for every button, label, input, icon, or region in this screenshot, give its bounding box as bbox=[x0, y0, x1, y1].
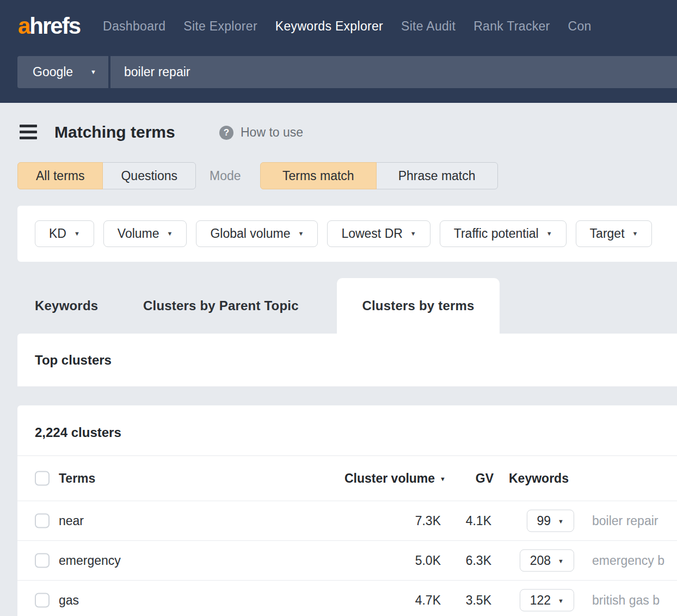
cluster-volume-value: 4.7K bbox=[415, 593, 441, 608]
nav-items: Dashboard Site Explorer Keywords Explore… bbox=[103, 19, 592, 34]
search-query-input[interactable]: boiler repair bbox=[110, 56, 677, 88]
cluster-term: gas bbox=[59, 593, 79, 608]
column-header-cluster-volume[interactable]: Cluster volume ▼ bbox=[344, 471, 446, 486]
chevron-down-icon: ▼ bbox=[298, 231, 304, 237]
nav-item-keywords-explorer[interactable]: Keywords Explorer bbox=[275, 19, 383, 34]
chevron-down-icon: ▼ bbox=[90, 69, 96, 75]
nav-row: ahrefs Dashboard Site Explorer Keywords … bbox=[0, 0, 677, 52]
filter-traffic-potential[interactable]: Traffic potential▼ bbox=[440, 220, 567, 247]
filter-global-volume[interactable]: Global volume▼ bbox=[196, 220, 318, 247]
table-row: near 7.3K 4.1K 99 ▼ boiler repair bbox=[17, 501, 677, 540]
top-clusters-card: Top clusters bbox=[17, 334, 677, 386]
chevron-down-icon: ▼ bbox=[74, 231, 80, 237]
chevron-down-icon: ▼ bbox=[558, 558, 564, 564]
nav-item-content-explorer[interactable]: Con bbox=[568, 19, 592, 34]
filter-target[interactable]: Target▼ bbox=[576, 220, 653, 247]
keywords-count-dropdown[interactable]: 99 ▼ bbox=[527, 510, 574, 532]
nav-item-site-audit[interactable]: Site Audit bbox=[401, 19, 456, 34]
top-clusters-heading: Top clusters bbox=[35, 334, 112, 386]
gv-value: 6.3K bbox=[466, 553, 491, 568]
keywords-count-dropdown[interactable]: 122 ▼ bbox=[520, 589, 574, 612]
keywords-explorer-screen: ahrefs Dashboard Site Explorer Keywords … bbox=[0, 0, 677, 616]
chevron-down-icon: ▼ bbox=[167, 231, 173, 237]
nav-item-dashboard[interactable]: Dashboard bbox=[103, 19, 165, 34]
page-title: Matching terms bbox=[54, 123, 175, 141]
sort-desc-icon: ▼ bbox=[440, 476, 446, 482]
gv-value: 3.5K bbox=[466, 593, 491, 608]
logo-rest: hrefs bbox=[29, 13, 80, 39]
chevron-down-icon: ▼ bbox=[558, 519, 564, 525]
how-to-use-link[interactable]: ? How to use bbox=[219, 125, 303, 140]
cluster-volume-value: 5.0K bbox=[415, 553, 441, 568]
mode-label: Mode bbox=[210, 162, 241, 189]
clusters-table-card: 2,224 clusters Terms Cluster volume ▼ GV… bbox=[17, 405, 677, 616]
nav-item-rank-tracker[interactable]: Rank Tracker bbox=[473, 19, 550, 34]
filter-lowest-dr[interactable]: Lowest DR▼ bbox=[327, 220, 430, 247]
row-checkbox[interactable] bbox=[35, 593, 50, 608]
search-engine-selector[interactable]: Google ▼ bbox=[17, 56, 110, 88]
ahrefs-logo[interactable]: ahrefs bbox=[18, 13, 80, 39]
column-header-keywords: Keywords bbox=[509, 471, 569, 486]
chevron-down-icon: ▼ bbox=[410, 231, 416, 237]
search-engine-label: Google bbox=[33, 65, 73, 79]
toggle-all-terms[interactable]: All terms bbox=[17, 162, 103, 189]
tab-keywords[interactable]: Keywords bbox=[35, 298, 98, 313]
cluster-volume-value: 7.3K bbox=[415, 514, 441, 528]
mode-toggle-group: Terms match Phrase match bbox=[260, 162, 498, 189]
sample-keyword: emergency b bbox=[592, 553, 664, 568]
chevron-down-icon: ▼ bbox=[546, 231, 552, 237]
toggle-phrase-match[interactable]: Phrase match bbox=[376, 162, 498, 189]
filter-kd[interactable]: KD▼ bbox=[35, 220, 94, 247]
keyword-search-bar: Google ▼ boiler repair bbox=[17, 56, 677, 88]
filter-volume[interactable]: Volume▼ bbox=[103, 220, 187, 247]
sample-keyword: boiler repair bbox=[592, 514, 658, 528]
help-icon: ? bbox=[219, 126, 233, 140]
keywords-count-dropdown[interactable]: 208 ▼ bbox=[520, 550, 574, 572]
filters-card: KD▼ Volume▼ Global volume▼ Lowest DR▼ Tr… bbox=[17, 206, 677, 262]
menu-icon[interactable] bbox=[20, 125, 37, 139]
table-row: emergency 5.0K 6.3K 208 ▼ emergency b bbox=[17, 540, 677, 580]
gv-value: 4.1K bbox=[466, 514, 491, 528]
sample-keyword: british gas b bbox=[592, 593, 660, 608]
table-header-row: Terms Cluster volume ▼ GV Keywords bbox=[17, 456, 677, 501]
cluster-term: near bbox=[59, 514, 84, 528]
table-row: gas 4.7K 3.5K 122 ▼ british gas b bbox=[17, 580, 677, 616]
toggle-terms-match[interactable]: Terms match bbox=[260, 162, 377, 189]
cluster-term: emergency bbox=[59, 553, 121, 568]
terms-toggle-group: All terms Questions bbox=[17, 162, 196, 189]
top-navigation: ahrefs Dashboard Site Explorer Keywords … bbox=[0, 0, 677, 103]
logo-accent-letter: a bbox=[18, 13, 29, 39]
filter-chips: KD▼ Volume▼ Global volume▼ Lowest DR▼ Tr… bbox=[17, 206, 677, 247]
nav-item-site-explorer[interactable]: Site Explorer bbox=[183, 19, 257, 34]
tab-clusters-by-terms[interactable]: Clusters by terms bbox=[337, 278, 500, 334]
toggle-questions[interactable]: Questions bbox=[102, 162, 196, 189]
how-to-use-label: How to use bbox=[241, 125, 303, 140]
column-header-terms[interactable]: Terms bbox=[59, 471, 95, 486]
column-header-gv[interactable]: GV bbox=[476, 471, 494, 486]
select-all-checkbox[interactable] bbox=[35, 471, 50, 486]
tab-clusters-by-parent-topic[interactable]: Clusters by Parent Topic bbox=[143, 298, 299, 313]
chevron-down-icon: ▼ bbox=[558, 598, 564, 604]
clusters-count: 2,224 clusters bbox=[17, 405, 677, 456]
row-checkbox[interactable] bbox=[35, 553, 50, 568]
chevron-down-icon: ▼ bbox=[632, 231, 638, 237]
row-checkbox[interactable] bbox=[35, 514, 50, 528]
